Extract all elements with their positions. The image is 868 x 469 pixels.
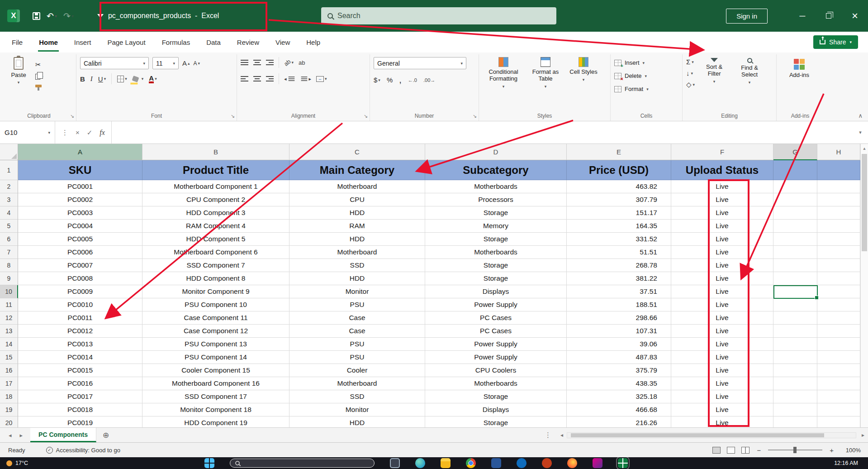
sheet-nav-left-icon[interactable]: ◂ xyxy=(5,432,16,439)
row-number[interactable]: 11 xyxy=(0,298,18,311)
addins-button[interactable]: Add-ins xyxy=(780,57,818,110)
percent-style-button[interactable]: % xyxy=(387,76,393,84)
cell-main-category[interactable]: Motherboard xyxy=(289,377,425,390)
search-box[interactable] xyxy=(321,7,556,24)
collapse-ribbon-button[interactable]: ∧ xyxy=(858,112,863,119)
align-bottom-button[interactable] xyxy=(266,60,274,65)
cell-main-category[interactable]: PSU xyxy=(289,298,425,311)
cell-price[interactable]: 298.66 xyxy=(567,311,671,325)
cell-h-empty[interactable] xyxy=(817,311,860,325)
cell-main-category[interactable]: Monitor xyxy=(289,403,425,416)
row-number[interactable]: 19 xyxy=(0,403,18,416)
header-price[interactable]: Price (USD) xyxy=(567,160,671,180)
tab-formulas[interactable]: Formulas xyxy=(161,33,191,52)
cell-subcategory[interactable]: CPU Coolers xyxy=(425,364,567,377)
cell-upload-status[interactable]: Live xyxy=(671,390,773,403)
bold-button[interactable]: B xyxy=(80,75,85,83)
cell-upload-status[interactable]: Live xyxy=(671,325,773,338)
cell-price[interactable]: 37.51 xyxy=(567,285,671,298)
cell-product-title[interactable]: HDD Component 5 xyxy=(142,233,289,246)
font-size-combo[interactable]: 11▾ xyxy=(152,57,179,69)
scroll-up-arrow[interactable]: ▲ xyxy=(861,144,868,153)
cell-h-empty[interactable] xyxy=(817,364,860,377)
cell-main-category[interactable]: HDD xyxy=(289,206,425,220)
cell-g-empty[interactable] xyxy=(773,377,817,390)
row-number[interactable]: 10 xyxy=(0,285,18,298)
number-dialog-launcher[interactable]: ↘ xyxy=(473,113,477,119)
taskbar-search[interactable] xyxy=(230,459,375,468)
column-header-f[interactable]: F xyxy=(671,144,773,160)
cancel-formula-button[interactable]: × xyxy=(76,129,80,136)
header-upload-status[interactable]: Upload Status xyxy=(671,160,773,180)
row-number[interactable]: 1 xyxy=(0,160,18,180)
cell-subcategory[interactable]: Motherboards xyxy=(425,377,567,390)
cell-upload-status[interactable]: Live xyxy=(671,285,773,298)
cell-sku[interactable]: PC0016 xyxy=(18,377,142,390)
excel-taskbar-icon[interactable] xyxy=(618,458,628,468)
row-number[interactable]: 7 xyxy=(0,246,18,259)
formula-input[interactable] xyxy=(112,121,853,144)
cell-sku[interactable]: PC0011 xyxy=(18,311,142,325)
cell-price[interactable]: 375.79 xyxy=(567,364,671,377)
cell-main-category[interactable]: CPU xyxy=(289,193,425,206)
increase-indent-button[interactable]: ▸ xyxy=(300,76,312,82)
alignment-dialog-launcher[interactable]: ↘ xyxy=(364,113,368,119)
conditional-formatting-button[interactable]: Conditional Formatting ▾ xyxy=(483,57,524,110)
cell-product-title[interactable]: PSU Component 13 xyxy=(142,338,289,351)
cell-product-title[interactable]: Motherboard Component 16 xyxy=(142,377,289,390)
cell-product-title[interactable]: Monitor Component 9 xyxy=(142,285,289,298)
row-number[interactable]: 18 xyxy=(0,390,18,403)
column-header-e[interactable]: E xyxy=(567,144,671,160)
cell-main-category[interactable]: Cooler xyxy=(289,364,425,377)
header-subcategory[interactable]: Subcategory xyxy=(425,160,567,180)
cell-price[interactable]: 107.31 xyxy=(567,325,671,338)
undo-button[interactable]: ↶▾ xyxy=(47,11,57,21)
row-number[interactable]: 5 xyxy=(0,220,18,233)
cell-upload-status[interactable]: Live xyxy=(671,180,773,193)
cell-sku[interactable]: PC0009 xyxy=(18,285,142,298)
wrap-text-button[interactable]: ab xyxy=(299,59,305,66)
clipboard-dialog-launcher[interactable]: ↘ xyxy=(70,113,74,119)
cell-price[interactable]: 268.78 xyxy=(567,259,671,272)
word-icon[interactable] xyxy=(491,458,501,468)
cell-price[interactable]: 151.17 xyxy=(567,206,671,220)
cell-upload-status[interactable]: Live xyxy=(671,233,773,246)
cell-h-empty[interactable] xyxy=(817,233,860,246)
decrease-decimal-button[interactable]: .00→ xyxy=(423,77,435,83)
row-number[interactable]: 16 xyxy=(0,364,18,377)
firefox-icon[interactable] xyxy=(567,458,577,468)
cell-main-category[interactable]: SSD xyxy=(289,259,425,272)
cell-g-empty[interactable] xyxy=(773,206,817,220)
cell-price[interactable]: 325.18 xyxy=(567,390,671,403)
cell-price[interactable]: 164.35 xyxy=(567,220,671,233)
cell-subcategory[interactable]: Processors xyxy=(425,193,567,206)
cell-main-category[interactable]: PSU xyxy=(289,338,425,351)
cell-price[interactable]: 51.51 xyxy=(567,246,671,259)
save-button[interactable] xyxy=(33,12,40,20)
sign-in-button[interactable]: Sign in xyxy=(726,9,768,24)
cell-h-empty[interactable] xyxy=(817,416,860,427)
redo-dropdown-icon[interactable]: ▾ xyxy=(71,14,74,19)
cell-main-category[interactable]: HDD xyxy=(289,416,425,427)
start-button[interactable] xyxy=(204,458,214,468)
cell-h-empty[interactable] xyxy=(817,285,860,298)
increase-decimal-button[interactable]: ←.0 xyxy=(408,77,417,83)
cell-subcategory[interactable]: Displays xyxy=(425,285,567,298)
cell-main-category[interactable]: Motherboard xyxy=(289,246,425,259)
redo-button[interactable]: ↷▾ xyxy=(63,11,74,21)
cell-h-empty[interactable] xyxy=(817,246,860,259)
borders-button[interactable]: ▾ xyxy=(117,76,127,82)
align-left-button[interactable] xyxy=(241,76,248,81)
cell-product-title[interactable]: Case Component 11 xyxy=(142,311,289,325)
row-number[interactable]: 3 xyxy=(0,193,18,206)
cell-h-empty[interactable] xyxy=(817,180,860,193)
fill-color-dropdown-icon[interactable]: ▾ xyxy=(142,77,144,81)
cell-subcategory[interactable]: Storage xyxy=(425,233,567,246)
find-select-button[interactable]: Find & Select ▾ xyxy=(734,57,765,110)
cell-g-empty[interactable] xyxy=(773,180,817,193)
horizontal-scrollbar[interactable]: ⋮ ◂ ▸ xyxy=(539,428,868,442)
zoom-slider[interactable] xyxy=(768,450,822,450)
column-header-c[interactable]: C xyxy=(289,144,425,160)
row-number[interactable]: 15 xyxy=(0,351,18,364)
copy-button[interactable]: ▾ xyxy=(35,74,43,80)
